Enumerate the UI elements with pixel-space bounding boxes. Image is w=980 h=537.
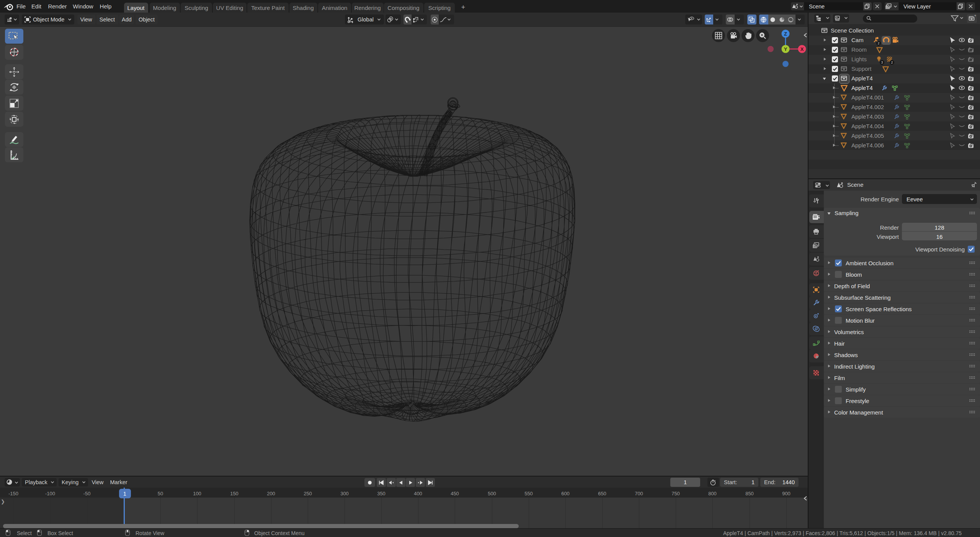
svg-text:Z: Z — [784, 31, 787, 37]
svg-text:Y: Y — [784, 46, 787, 52]
svg-text:X: X — [800, 46, 804, 52]
